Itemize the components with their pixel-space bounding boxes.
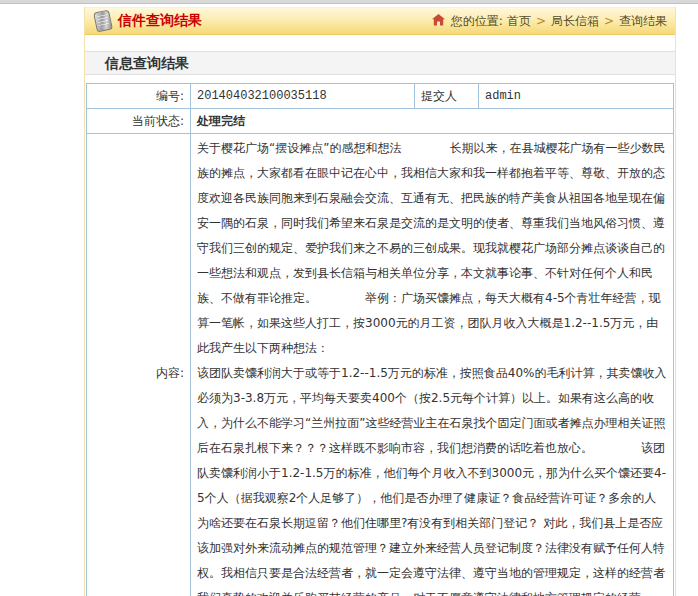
page-container: 信件查询结果 您的位置: 首页 > 局长信箱 > 查询结果 信息查询结果 编号:… <box>84 7 676 596</box>
query-result-table: 编号: 201404032100035118 提交人 admin 当前状态: 处… <box>86 83 674 596</box>
breadcrumb: 您的位置: 首页 > 局长信箱 > 查询结果 <box>432 13 667 30</box>
section-title: 信息查询结果 <box>85 51 675 75</box>
status-label: 当前状态: <box>87 109 191 134</box>
number-label: 编号: <box>87 84 191 109</box>
home-icon <box>432 14 445 29</box>
content-label: 内容: <box>87 134 191 596</box>
table-row-content: 内容: 关于樱花广场“摆设摊点”的感想和想法 长期以来，在县城樱花广场有一些少数… <box>87 134 674 596</box>
table-row-status: 当前状态: 处理完结 <box>87 109 674 134</box>
page-title: 信件查询结果 <box>118 12 202 30</box>
spacer <box>85 75 675 83</box>
top-gray-strip <box>0 0 698 4</box>
content-value: 关于樱花广场“摆设摊点”的感想和想法 长期以来，在县城樱花广场有一些少数民族的摊… <box>191 134 674 596</box>
header-title-group: 信件查询结果 <box>95 11 202 31</box>
submitter-value: admin <box>479 84 674 109</box>
status-value: 处理完结 <box>191 109 674 134</box>
page-header: 信件查询结果 您的位置: 首页 > 局长信箱 > 查询结果 <box>85 7 675 35</box>
spacer <box>85 35 675 51</box>
breadcrumb-separator: > <box>603 14 615 28</box>
breadcrumb-prefix: 您的位置: <box>451 13 503 30</box>
letter-scroll-icon <box>93 10 113 33</box>
breadcrumb-item-home[interactable]: 首页 <box>507 13 531 30</box>
submitter-label: 提交人 <box>415 84 479 109</box>
number-value: 201404032100035118 <box>191 84 415 109</box>
breadcrumb-item-query-result[interactable]: 查询结果 <box>619 13 667 30</box>
table-row-number: 编号: 201404032100035118 提交人 admin <box>87 84 674 109</box>
breadcrumb-separator: > <box>535 14 547 28</box>
breadcrumb-item-mailbox[interactable]: 局长信箱 <box>551 13 599 30</box>
